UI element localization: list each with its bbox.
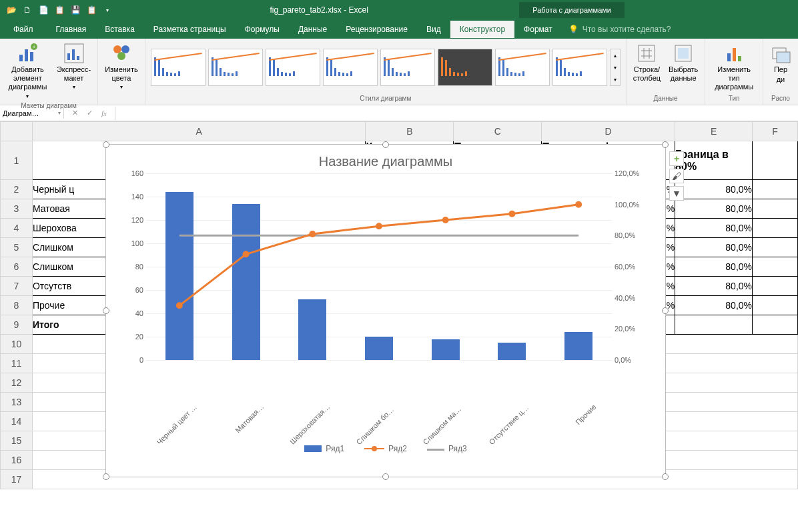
cell-E1[interactable]: Граница в 80% — [675, 141, 753, 180]
copy-icon[interactable]: 📄 — [37, 4, 49, 16]
tab-formulas[interactable]: Формулы — [236, 21, 289, 38]
col-header-E[interactable]: E — [675, 122, 753, 141]
row-header-2[interactable]: 2 — [1, 180, 33, 199]
group-data: Строка/столбец Выбрать данные Данные — [627, 39, 706, 105]
group-location: Пер ди Распо — [763, 39, 798, 105]
name-box[interactable]: Диаграм…▾ — [0, 108, 64, 119]
svg-point-20 — [176, 302, 183, 309]
tab-design[interactable]: Конструктор — [450, 21, 514, 38]
row-header-4[interactable]: 4 — [1, 219, 33, 238]
group-styles: ▴▾▾ Стили диаграмм — [145, 39, 627, 105]
chart-elements-button[interactable]: + — [669, 151, 684, 166]
quick-layout-icon — [63, 43, 85, 64]
chart-style-4[interactable] — [323, 49, 378, 86]
legend-item-1: Ряд1 — [304, 444, 344, 453]
fx-icon[interactable]: fx — [97, 107, 111, 120]
tab-view[interactable]: Вид — [417, 21, 450, 38]
cell-E7[interactable]: 80,0% — [675, 277, 753, 296]
chart-style-1[interactable] — [151, 49, 206, 86]
row-header-17[interactable]: 17 — [1, 470, 33, 489]
chart-style-3[interactable] — [266, 49, 320, 86]
chart-filter-button[interactable]: ▼ — [669, 186, 684, 201]
cancel-icon[interactable]: ✕ — [68, 107, 81, 120]
row-header-16[interactable]: 16 — [1, 451, 33, 470]
add-chart-element-button[interactable]: + Добавить элемент диаграммы▾ — [5, 41, 50, 101]
svg-rect-7 — [72, 49, 75, 60]
row-header-13[interactable]: 13 — [1, 393, 33, 412]
row-header-14[interactable]: 14 — [1, 412, 33, 431]
row-header-12[interactable]: 12 — [1, 373, 33, 393]
change-colors-button[interactable]: Изменить цвета▾ — [103, 41, 139, 92]
svg-point-24 — [442, 217, 449, 223]
move-chart-button[interactable]: Пер ди — [769, 41, 793, 85]
cell-E2[interactable]: 80,0% — [675, 180, 753, 199]
chart-side-buttons: + 🖌 ▼ — [669, 151, 684, 201]
chart-style-5[interactable] — [380, 49, 435, 86]
chart-styles-button[interactable]: 🖌 — [669, 169, 684, 183]
col-header-A[interactable]: A — [32, 122, 365, 141]
paste-icon[interactable]: 📋 — [53, 4, 65, 16]
chart-title[interactable]: Название диаграммы — [106, 145, 665, 173]
cell-E3[interactable]: 80,0% — [675, 199, 753, 219]
col-header-F[interactable]: F — [753, 122, 798, 141]
col-header-C[interactable]: C — [454, 122, 542, 141]
svg-text:+: + — [33, 44, 36, 50]
row-header-7[interactable]: 7 — [1, 277, 33, 296]
row-header-5[interactable]: 5 — [1, 238, 33, 257]
tab-file[interactable]: Файл — [0, 21, 47, 38]
switch-row-col-button[interactable]: Строка/столбец — [632, 41, 662, 84]
tab-review[interactable]: Рецензирование — [336, 21, 417, 38]
chart-style-7[interactable] — [495, 49, 550, 86]
cell-F1[interactable] — [753, 141, 798, 180]
save-icon[interactable]: 💾 — [69, 4, 81, 16]
styles-more[interactable]: ▴▾▾ — [610, 49, 621, 86]
chart-style-8[interactable] — [552, 49, 607, 86]
ribbon-tabs: Файл Главная Вставка Разметка страницы Ф… — [0, 20, 798, 39]
chart-style-6[interactable] — [438, 49, 492, 86]
tab-format[interactable]: Формат — [514, 21, 562, 38]
row-header-6[interactable]: 6 — [1, 257, 33, 277]
svg-point-21 — [243, 251, 250, 257]
row-header-1[interactable]: 1 — [1, 141, 33, 180]
cell-E5[interactable]: 80,0% — [675, 238, 753, 257]
chart-object[interactable]: + 🖌 ▼ Название диаграммы 020406080100120… — [105, 144, 666, 477]
select-all-corner[interactable] — [1, 122, 33, 141]
chart-tools-context: Работа с диаграммами — [519, 2, 625, 18]
cell-E6[interactable]: 80,0% — [675, 257, 753, 277]
open-icon[interactable]: 📂 — [5, 4, 17, 16]
swap-icon — [636, 43, 657, 64]
clipboard-icon[interactable]: 📋 — [85, 4, 97, 16]
row-header-8[interactable]: 8 — [1, 296, 33, 315]
chart-lines — [146, 173, 612, 360]
quick-layout-button[interactable]: Экспресс-макет▾ — [55, 41, 92, 92]
svg-rect-14 — [678, 48, 689, 59]
row-header-3[interactable]: 3 — [1, 199, 33, 219]
tab-data[interactable]: Данные — [289, 21, 336, 38]
worksheet-area: A B C D E F 1 Кол-во Процент Процент деф… — [0, 121, 798, 532]
chart-plot-area[interactable]: 020406080100120140160 0,0%20,0%40,0%60,0… — [146, 173, 612, 360]
row-header-10[interactable]: 10 — [1, 335, 33, 354]
tab-layout[interactable]: Разметка страницы — [144, 21, 236, 38]
formula-bar: Диаграм…▾ ✕ ✓ fx — [0, 105, 798, 121]
svg-point-11 — [117, 52, 125, 60]
col-header-D[interactable]: D — [542, 122, 675, 141]
change-chart-type-button[interactable]: Изменить тип диаграммы — [711, 41, 757, 93]
chart-style-2[interactable] — [208, 49, 263, 86]
cell-E8[interactable]: 80,0% — [675, 296, 753, 315]
dropdown-icon[interactable]: ▾ — [101, 4, 113, 16]
col-header-B[interactable]: B — [366, 122, 454, 141]
svg-point-9 — [113, 45, 121, 53]
row-header-11[interactable]: 11 — [1, 354, 33, 373]
row-header-9[interactable]: 9 — [1, 315, 33, 335]
svg-point-22 — [309, 231, 316, 237]
row-header-15[interactable]: 15 — [1, 431, 33, 451]
tell-me-search[interactable]: 💡Что вы хотите сделать? — [568, 25, 671, 34]
new-icon[interactable]: 🗋 — [21, 4, 33, 16]
tab-insert[interactable]: Вставка — [95, 21, 144, 38]
x-axis-labels: Черный цвет корпусаМатовая…Шероховатая…С… — [146, 363, 612, 371]
tab-home[interactable]: Главная — [47, 21, 96, 38]
select-data-button[interactable]: Выбрать данные — [667, 41, 699, 84]
svg-point-23 — [376, 223, 382, 229]
cell-E4[interactable]: 80,0% — [675, 219, 753, 238]
enter-icon[interactable]: ✓ — [83, 107, 96, 120]
